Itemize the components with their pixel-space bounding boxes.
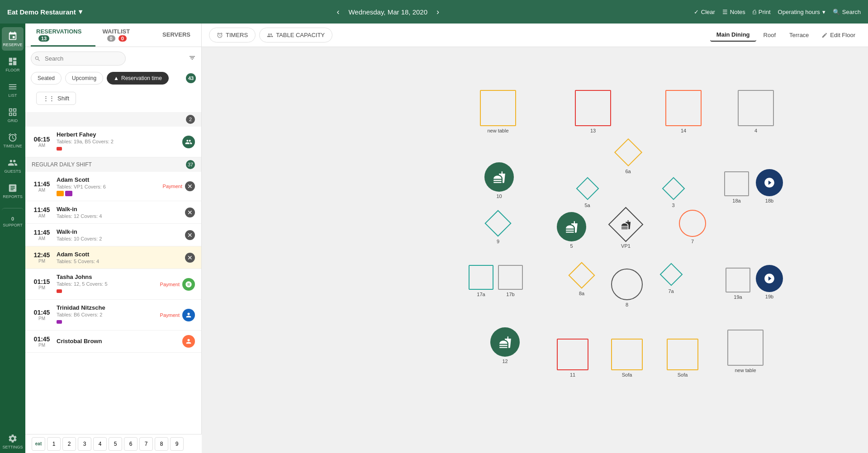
list-item[interactable]: 11:45 AM Adam Scott Tables: VP1 Covers: …	[25, 172, 201, 201]
search-button[interactable]: 🔍 Search	[833, 9, 861, 15]
list-item[interactable]: 01:45 PM Trinidad Nitzsche Tables: B6 Co…	[25, 300, 201, 330]
cancel-button[interactable]: ✕	[185, 181, 195, 191]
table-4[interactable]: 4	[738, 90, 774, 133]
search-input[interactable]	[31, 52, 126, 66]
page-8-button[interactable]: 8	[155, 437, 168, 451]
shift-button[interactable]: ⋮⋮ Shift	[36, 92, 76, 105]
reservation-time: 06:15 AM	[32, 136, 52, 148]
list-item[interactable]: 12:45 PM Adam Scott Tables: 5 Covers: 4 …	[25, 246, 201, 269]
filter-button[interactable]	[189, 54, 196, 63]
table-17a[interactable]: 17a	[469, 265, 493, 297]
main-dining-area[interactable]: Main Dining	[710, 28, 756, 42]
page-3-button[interactable]: 3	[78, 437, 91, 451]
table-5a[interactable]: 5a	[575, 176, 600, 208]
sidebar-item-reports[interactable]: REPORTS	[2, 179, 24, 203]
table-7a[interactable]: 7a	[659, 262, 683, 294]
table-17b[interactable]: 17b	[498, 265, 523, 297]
shift-icon: ⋮⋮	[43, 95, 55, 102]
sort-up-icon: ▲	[114, 75, 119, 81]
table-11[interactable]: 11	[557, 339, 588, 378]
sidebar-item-settings[interactable]: SETTINGS	[2, 429, 24, 453]
table-14[interactable]: 14	[665, 90, 702, 133]
table-6a[interactable]: 6a	[613, 137, 643, 174]
timers-tab[interactable]: TIMERS	[209, 28, 256, 42]
sidebar-item-list[interactable]: LIST	[2, 78, 24, 101]
page-1-button[interactable]: 1	[47, 437, 61, 451]
reservation-time: 01:15 PM	[32, 278, 52, 290]
table-sofa-2[interactable]: Sofa	[667, 339, 698, 378]
eat-button[interactable]: eat	[32, 437, 45, 451]
table-7[interactable]: 7	[679, 210, 706, 244]
print-button[interactable]: ⎙ Print	[753, 9, 771, 15]
table-19a[interactable]: 19a	[726, 268, 750, 300]
payment-label: Payment	[160, 282, 180, 287]
tag-icon	[57, 289, 62, 293]
notes-icon: ☰	[722, 9, 728, 15]
search-icon: 🔍	[833, 9, 840, 15]
floor-plan: TIMERS TABLE CAPACITY Main Dining Roof T…	[202, 24, 868, 453]
cancel-button[interactable]: ✕	[185, 230, 195, 240]
sidebar-item-support[interactable]: 0 SUPPORT	[2, 208, 24, 231]
sidebar-item-guests[interactable]: GUESTS	[2, 154, 24, 177]
table-3[interactable]: 3	[661, 176, 686, 208]
sidebar-item-reserve[interactable]: RESERVE	[2, 27, 24, 51]
edit-floor-button[interactable]: Edit Floor	[816, 29, 861, 41]
tab-waitlist[interactable]: WAITLIST 0 0	[97, 24, 156, 47]
payment-label: Payment	[163, 184, 182, 189]
page-6-button[interactable]: 6	[124, 437, 138, 451]
page-4-button[interactable]: 4	[93, 437, 107, 451]
table-vp1[interactable]: VP1	[609, 208, 643, 249]
page-9-button[interactable]: 9	[170, 437, 184, 451]
page-7-button[interactable]: 7	[139, 437, 153, 451]
table-12[interactable]: 12	[490, 327, 520, 364]
tag-icon	[57, 191, 64, 196]
table-8[interactable]: 8	[611, 269, 643, 307]
table-new-table-2[interactable]: new table	[727, 330, 764, 373]
tab-servers[interactable]: SERVERS	[157, 28, 196, 43]
table-18b[interactable]: 18b	[756, 169, 783, 203]
sidebar-item-grid[interactable]: GRID	[2, 103, 24, 127]
top-nav: Eat Demo Restaurant ▾ ‹ Wednesday, Mar 1…	[0, 0, 868, 24]
table-9[interactable]: 9	[484, 210, 512, 244]
terrace-area[interactable]: Terrace	[783, 29, 815, 41]
reservation-time-filter[interactable]: ▲ Reservation time	[107, 72, 169, 85]
roof-area[interactable]: Roof	[757, 29, 782, 41]
table-shape	[484, 162, 514, 192]
notes-button[interactable]: ☰ Notes	[722, 9, 745, 15]
table-8a[interactable]: 8a	[568, 262, 595, 296]
check-icon: ✓	[694, 9, 699, 15]
cancel-button[interactable]: ✕	[185, 253, 195, 263]
cancel-button[interactable]: ✕	[185, 208, 195, 217]
table-capacity-tab[interactable]: TABLE CAPACITY	[259, 28, 332, 42]
clear-button[interactable]: ✓ Clear	[694, 9, 715, 15]
tag-icon	[65, 191, 72, 196]
table-13[interactable]: 13	[575, 90, 611, 133]
avatar	[182, 335, 195, 348]
reservation-info: Herbert Fahey Tables: 19a, B5 Covers: 2	[57, 131, 178, 152]
table-shape	[469, 265, 493, 290]
seated-filter[interactable]: Seated	[31, 72, 62, 85]
table-new-table-1[interactable]: new table	[480, 90, 516, 133]
list-item[interactable]: 11:45 AM Walk-in Tables: 10 Covers: 2 ✕	[25, 224, 201, 246]
tab-reservations[interactable]: RESERVATIONS 13	[31, 24, 95, 47]
list-item[interactable]: 11:45 AM Walk-in Tables: 12 Covers: 4 ✕	[25, 201, 201, 224]
list-item[interactable]: 01:15 PM Tasha Johns Tables: 12, 5 Cover…	[25, 269, 201, 300]
table-19b[interactable]: 19b	[756, 265, 783, 299]
prev-date-button[interactable]: ‹	[333, 5, 343, 19]
page-2-button[interactable]: 2	[62, 437, 76, 451]
page-5-button[interactable]: 5	[109, 437, 122, 451]
list-item[interactable]: 06:15 AM Herbert Fahey Tables: 19a, B5 C…	[25, 127, 201, 157]
upcoming-filter[interactable]: Upcoming	[65, 72, 103, 85]
sidebar-item-floor[interactable]: FLOOR	[2, 52, 24, 76]
payment-label: Payment	[160, 312, 180, 318]
list-item[interactable]: 01:45 PM Cristobal Brown	[25, 330, 201, 353]
table-sofa-1[interactable]: Sofa	[611, 339, 643, 378]
table-5[interactable]: 5	[557, 212, 586, 249]
table-10[interactable]: 10	[484, 162, 514, 199]
next-date-button[interactable]: ›	[433, 5, 443, 19]
table-18a[interactable]: 18a	[724, 171, 749, 203]
operating-hours-button[interactable]: Operating hours ▾	[778, 9, 825, 15]
sidebar-item-timeline[interactable]: TIMELINE	[2, 128, 24, 152]
restaurant-name[interactable]: Eat Demo Restaurant ▾	[7, 8, 82, 16]
table-shape	[484, 210, 511, 236]
